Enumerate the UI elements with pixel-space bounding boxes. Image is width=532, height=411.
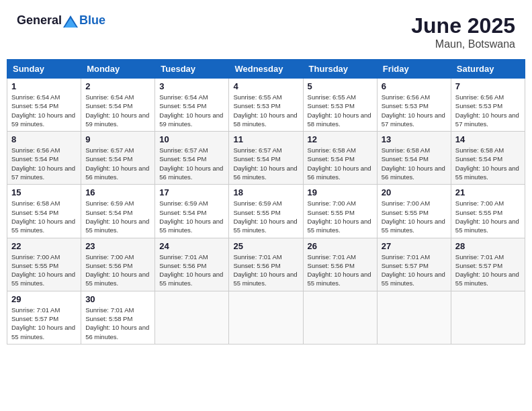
day-number: 14 [455,134,521,144]
day-info: Sunrise: 7:01 AM Sunset: 5:56 PM Dayligh… [233,253,298,288]
day-info: Sunrise: 6:59 AM Sunset: 5:54 PM Dayligh… [85,199,150,234]
calendar-day-cell: 12 Sunrise: 6:58 AM Sunset: 5:54 PM Dayl… [303,132,377,185]
calendar-day-cell: 10 Sunrise: 6:57 AM Sunset: 5:54 PM Dayl… [155,132,229,185]
day-number: 6 [382,81,447,91]
calendar-day-cell: 30 Sunrise: 7:01 AM Sunset: 5:58 PM Dayl… [81,291,155,344]
calendar-day-cell: 18 Sunrise: 6:59 AM Sunset: 5:55 PM Dayl… [229,185,303,238]
day-info: Sunrise: 7:01 AM Sunset: 5:56 PM Dayligh… [308,253,373,288]
day-number: 12 [308,134,373,144]
day-info: Sunrise: 6:58 AM Sunset: 5:54 PM Dayligh… [11,199,77,234]
day-info: Sunrise: 7:00 AM Sunset: 5:55 PM Dayligh… [308,199,373,234]
day-number: 13 [382,134,447,144]
calendar-day-cell: 24 Sunrise: 7:01 AM Sunset: 5:56 PM Dayl… [155,238,229,291]
calendar-day-cell: 8 Sunrise: 6:56 AM Sunset: 5:54 PM Dayli… [7,132,81,185]
day-info: Sunrise: 7:01 AM Sunset: 5:57 PM Dayligh… [382,253,447,288]
calendar-day-cell [451,291,525,344]
day-info: Sunrise: 6:56 AM Sunset: 5:53 PM Dayligh… [382,93,447,128]
calendar-week-row: 8 Sunrise: 6:56 AM Sunset: 5:54 PM Dayli… [7,132,525,185]
day-info: Sunrise: 7:01 AM Sunset: 5:56 PM Dayligh… [159,253,224,288]
weekday-header-wednesday: Wednesday [229,60,303,79]
day-number: 27 [382,241,447,251]
day-info: Sunrise: 7:00 AM Sunset: 5:55 PM Dayligh… [382,199,447,234]
day-info: Sunrise: 6:56 AM Sunset: 5:54 PM Dayligh… [11,146,77,181]
weekday-header-friday: Friday [377,60,451,79]
calendar-day-cell: 4 Sunrise: 6:55 AM Sunset: 5:53 PM Dayli… [229,79,303,132]
day-number: 28 [455,241,521,251]
day-info: Sunrise: 6:59 AM Sunset: 5:55 PM Dayligh… [233,199,298,234]
calendar-day-cell: 15 Sunrise: 6:58 AM Sunset: 5:54 PM Dayl… [7,185,81,238]
day-number: 21 [455,187,521,197]
calendar-day-cell: 22 Sunrise: 7:00 AM Sunset: 5:55 PM Dayl… [7,238,81,291]
logo: General Blue [17,13,105,28]
calendar-day-cell: 7 Sunrise: 6:56 AM Sunset: 5:53 PM Dayli… [451,79,525,132]
calendar-day-cell: 29 Sunrise: 7:01 AM Sunset: 5:57 PM Dayl… [7,291,81,344]
day-info: Sunrise: 7:00 AM Sunset: 5:55 PM Dayligh… [11,253,77,288]
calendar-day-cell: 3 Sunrise: 6:54 AM Sunset: 5:54 PM Dayli… [155,79,229,132]
day-number: 4 [233,81,298,91]
day-info: Sunrise: 6:57 AM Sunset: 5:54 PM Dayligh… [159,146,224,181]
calendar-day-cell: 5 Sunrise: 6:55 AM Sunset: 5:53 PM Dayli… [303,79,377,132]
calendar-table: SundayMondayTuesdayWednesdayThursdayFrid… [7,59,525,345]
day-info: Sunrise: 6:58 AM Sunset: 5:54 PM Dayligh… [308,146,373,181]
calendar-day-cell [229,291,303,344]
weekday-header-row: SundayMondayTuesdayWednesdayThursdayFrid… [7,60,525,79]
logo-blue: Blue [79,13,105,27]
calendar-day-cell: 21 Sunrise: 7:00 AM Sunset: 5:55 PM Dayl… [451,185,525,238]
calendar-day-cell [303,291,377,344]
day-number: 26 [308,241,373,251]
calendar-day-cell: 17 Sunrise: 6:59 AM Sunset: 5:54 PM Dayl… [155,185,229,238]
day-number: 17 [159,187,224,197]
day-number: 3 [159,81,224,91]
calendar-week-row: 22 Sunrise: 7:00 AM Sunset: 5:55 PM Dayl… [7,238,525,291]
calendar-day-cell: 20 Sunrise: 7:00 AM Sunset: 5:55 PM Dayl… [377,185,451,238]
calendar-day-cell: 14 Sunrise: 6:58 AM Sunset: 5:54 PM Dayl… [451,132,525,185]
day-number: 30 [85,294,150,304]
calendar-day-cell: 2 Sunrise: 6:54 AM Sunset: 5:54 PM Dayli… [81,79,155,132]
calendar-day-cell [377,291,451,344]
day-number: 25 [233,241,298,251]
day-number: 11 [233,134,298,144]
day-info: Sunrise: 6:55 AM Sunset: 5:53 PM Dayligh… [233,93,298,128]
calendar-day-cell: 23 Sunrise: 7:00 AM Sunset: 5:56 PM Dayl… [81,238,155,291]
calendar-week-row: 15 Sunrise: 6:58 AM Sunset: 5:54 PM Dayl… [7,185,525,238]
day-number: 19 [308,187,373,197]
calendar-day-cell: 1 Sunrise: 6:54 AM Sunset: 5:54 PM Dayli… [7,79,81,132]
day-number: 5 [308,81,373,91]
day-number: 8 [11,134,77,144]
calendar-day-cell: 19 Sunrise: 7:00 AM Sunset: 5:55 PM Dayl… [303,185,377,238]
weekday-header-sunday: Sunday [7,60,81,79]
weekday-header-monday: Monday [81,60,155,79]
calendar-week-row: 29 Sunrise: 7:01 AM Sunset: 5:57 PM Dayl… [7,291,525,344]
location-title: Maun, Botswana [411,38,515,50]
calendar-day-cell: 13 Sunrise: 6:58 AM Sunset: 5:54 PM Dayl… [377,132,451,185]
day-number: 10 [159,134,224,144]
day-number: 1 [11,81,77,91]
day-info: Sunrise: 6:55 AM Sunset: 5:53 PM Dayligh… [308,93,373,128]
day-number: 18 [233,187,298,197]
day-info: Sunrise: 6:59 AM Sunset: 5:54 PM Dayligh… [159,199,224,234]
day-info: Sunrise: 6:56 AM Sunset: 5:53 PM Dayligh… [455,93,521,128]
day-info: Sunrise: 6:54 AM Sunset: 5:54 PM Dayligh… [11,93,77,128]
weekday-header-saturday: Saturday [451,60,525,79]
calendar-day-cell: 9 Sunrise: 6:57 AM Sunset: 5:54 PM Dayli… [81,132,155,185]
calendar-day-cell [155,291,229,344]
calendar-day-cell: 26 Sunrise: 7:01 AM Sunset: 5:56 PM Dayl… [303,238,377,291]
day-info: Sunrise: 6:54 AM Sunset: 5:54 PM Dayligh… [159,93,224,128]
calendar-week-row: 1 Sunrise: 6:54 AM Sunset: 5:54 PM Dayli… [7,79,525,132]
day-number: 22 [11,241,77,251]
page-header: General Blue June 2025 Maun, Botswana [7,7,525,54]
day-info: Sunrise: 6:54 AM Sunset: 5:54 PM Dayligh… [85,93,150,128]
calendar-day-cell: 25 Sunrise: 7:01 AM Sunset: 5:56 PM Dayl… [229,238,303,291]
logo-general: General [17,13,62,27]
calendar-day-cell: 16 Sunrise: 6:59 AM Sunset: 5:54 PM Dayl… [81,185,155,238]
day-number: 16 [85,187,150,197]
calendar-day-cell: 11 Sunrise: 6:57 AM Sunset: 5:54 PM Dayl… [229,132,303,185]
month-title: June 2025 [411,13,515,38]
day-number: 2 [85,81,150,91]
calendar-day-cell: 6 Sunrise: 6:56 AM Sunset: 5:53 PM Dayli… [377,79,451,132]
day-info: Sunrise: 6:57 AM Sunset: 5:54 PM Dayligh… [233,146,298,181]
day-number: 24 [159,241,224,251]
day-info: Sunrise: 7:01 AM Sunset: 5:58 PM Dayligh… [85,306,150,341]
day-info: Sunrise: 7:01 AM Sunset: 5:57 PM Dayligh… [455,253,521,288]
day-number: 7 [455,81,521,91]
